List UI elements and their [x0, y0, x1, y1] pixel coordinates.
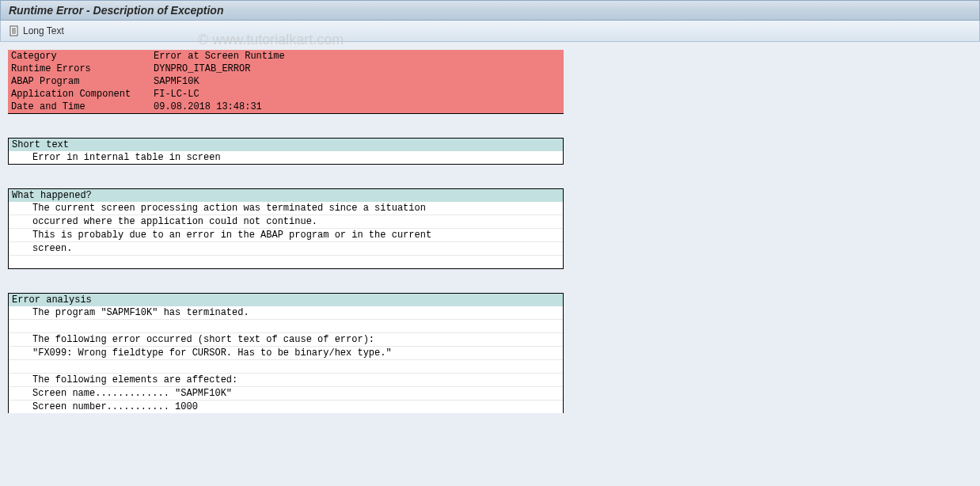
info-value: FI-LC-LC: [150, 88, 564, 101]
content-area: CategoryError at Screen RuntimeRuntime E…: [0, 42, 980, 413]
section-body: Error in internal table in screen: [9, 151, 563, 164]
info-row: ABAP ProgramSAPMF10K: [8, 75, 564, 88]
info-label: Application Component: [8, 88, 150, 101]
info-value: 09.08.2018 13:48:31: [150, 101, 564, 114]
section-line: The following elements are affected:: [9, 374, 563, 387]
section-header: Short text: [9, 139, 563, 151]
title-bar: Runtime Error - Description of Exception: [0, 0, 980, 21]
section-line: Screen number........... 1000: [9, 401, 563, 413]
long-text-button[interactable]: Long Text: [9, 25, 64, 36]
section-body: The current screen processing action was…: [9, 202, 563, 268]
section-line: [9, 256, 563, 268]
section-line: [9, 320, 563, 333]
short-text-section: Short text Error in internal table in sc…: [8, 138, 564, 165]
page-title: Runtime Error - Description of Exception: [9, 4, 223, 17]
svg-rect-0: [10, 26, 17, 36]
info-value: Error at Screen Runtime: [150, 50, 564, 63]
info-row: Application ComponentFI-LC-LC: [8, 88, 564, 101]
section-line: The following error occurred (short text…: [9, 333, 563, 347]
info-label: Category: [8, 50, 150, 63]
section-line: occurred where the application could not…: [9, 215, 563, 229]
section-line: This is probably due to an error in the …: [9, 229, 563, 242]
error-analysis-section: Error analysis The program "SAPMF10K" ha…: [8, 293, 564, 413]
section-header: Error analysis: [9, 294, 563, 306]
section-line: The current screen processing action was…: [9, 202, 563, 215]
section-line: "FX099: Wrong fieldtype for CURSOR. Has …: [9, 347, 563, 360]
info-row: CategoryError at Screen Runtime: [8, 50, 564, 63]
info-value: DYNPRO_ITAB_ERROR: [150, 63, 564, 75]
info-row: Date and Time09.08.2018 13:48:31: [8, 101, 564, 114]
info-label: Runtime Errors: [8, 63, 150, 75]
what-happened-section: What happened? The current screen proces…: [8, 188, 564, 269]
section-line: [9, 360, 563, 374]
long-text-label: Long Text: [23, 25, 64, 36]
section-line: Error in internal table in screen: [9, 151, 563, 164]
document-icon: [9, 25, 20, 36]
info-table: CategoryError at Screen RuntimeRuntime E…: [8, 50, 564, 114]
info-value: SAPMF10K: [150, 75, 564, 88]
toolbar: Long Text: [0, 21, 980, 42]
section-line: screen.: [9, 242, 563, 256]
info-row: Runtime ErrorsDYNPRO_ITAB_ERROR: [8, 63, 564, 75]
info-label: ABAP Program: [8, 75, 150, 88]
section-line: The program "SAPMF10K" has terminated.: [9, 306, 563, 320]
section-line: Screen name............. "SAPMF10K": [9, 387, 563, 401]
section-body: The program "SAPMF10K" has terminated. T…: [9, 306, 563, 413]
info-label: Date and Time: [8, 101, 150, 114]
section-header: What happened?: [9, 189, 563, 202]
